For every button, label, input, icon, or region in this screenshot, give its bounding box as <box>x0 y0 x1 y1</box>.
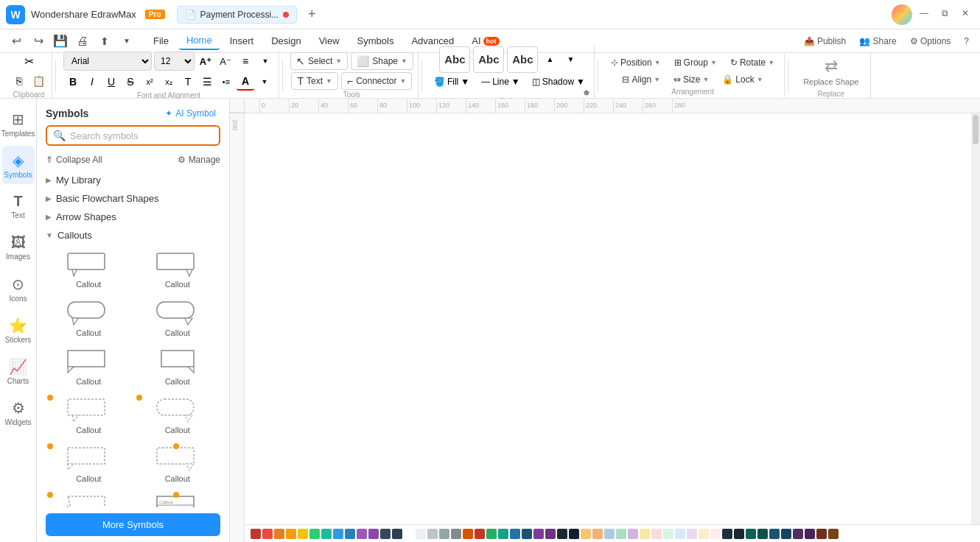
search-input[interactable] <box>70 130 213 141</box>
cut-button[interactable]: ✂ <box>20 53 38 71</box>
more-symbols-button[interactable]: More Symbols <box>46 513 220 536</box>
color-swatch[interactable] <box>557 529 567 539</box>
select-button[interactable]: ↖ Select ▼ <box>290 52 348 70</box>
activity-item-widgets[interactable]: ⚙ Widgets <box>2 393 35 432</box>
superscript-button[interactable]: x² <box>141 73 158 91</box>
color-swatch[interactable] <box>757 529 768 539</box>
color-swatch[interactable] <box>298 529 308 539</box>
style-abc-1[interactable]: Abc <box>439 46 470 73</box>
styles-scroll-up[interactable]: ▲ <box>541 51 559 68</box>
color-swatch[interactable] <box>451 529 461 539</box>
list-button[interactable]: ☰ <box>198 73 216 91</box>
color-swatch[interactable] <box>404 529 414 539</box>
copy-button[interactable]: ⎘ <box>10 72 28 90</box>
restore-button[interactable]: ⧉ <box>936 4 953 22</box>
callout-item-1[interactable]: Callout <box>46 247 132 293</box>
color-swatch[interactable] <box>545 529 556 539</box>
activity-item-templates[interactable]: ⊞ Templates <box>2 105 35 143</box>
shape-button[interactable]: ⬜ Shape ▼ <box>351 52 413 70</box>
shadow-button[interactable]: ◫ Shadow ▼ <box>528 75 589 88</box>
bullets-button[interactable]: •≡ <box>217 73 235 91</box>
color-swatch[interactable] <box>475 529 485 539</box>
font-size-select[interactable]: 12 <box>154 52 195 71</box>
color-swatch[interactable] <box>533 529 544 539</box>
color-swatch[interactable] <box>746 529 756 539</box>
callout-item-12[interactable]: Callout Callout <box>135 490 221 507</box>
callout-item-6[interactable]: Callout <box>135 345 221 390</box>
color-swatch[interactable] <box>687 529 697 539</box>
export-arrow[interactable]: ▼ <box>116 31 137 52</box>
category-my-library[interactable]: ▶ My Library <box>40 171 226 189</box>
lock-button[interactable]: 🔒 Lock ▼ <box>717 72 768 87</box>
print-button[interactable]: 🖨 <box>72 31 93 52</box>
color-swatch[interactable] <box>581 529 591 539</box>
color-swatch[interactable] <box>805 529 815 539</box>
close-button[interactable]: ✕ <box>956 4 974 22</box>
color-swatch[interactable] <box>380 529 391 539</box>
color-swatch[interactable] <box>781 529 791 539</box>
group-button[interactable]: ⊞ Group ▼ <box>669 55 722 70</box>
color-swatch[interactable] <box>663 529 673 539</box>
color-swatch[interactable] <box>357 529 367 539</box>
minimize-button[interactable]: — <box>915 4 933 22</box>
publish-button[interactable]: 📤 Publish <box>799 34 852 49</box>
style-abc-2[interactable]: Abc <box>473 46 504 73</box>
menu-item-symbols[interactable]: Symbols <box>350 32 402 49</box>
color-swatch[interactable] <box>651 529 662 539</box>
menu-item-design[interactable]: Design <box>264 32 308 49</box>
category-arrow-shapes[interactable]: ▶ Arrow Shapes <box>40 208 226 226</box>
help-button[interactable]: ? <box>959 34 974 49</box>
scroll-thumb[interactable] <box>973 115 979 144</box>
style-abc-3[interactable]: Abc <box>507 46 538 73</box>
rotate-button[interactable]: ↻ Rotate ▼ <box>725 55 780 70</box>
strikethrough-button[interactable]: S <box>122 73 139 91</box>
activity-item-symbols[interactable]: ◈ Symbols <box>2 146 35 184</box>
activity-item-text[interactable]: T Text <box>2 187 35 225</box>
styles-scroll-down[interactable]: ▼ <box>561 51 579 68</box>
active-tab[interactable]: 📄 Payment Processi... <box>177 6 298 24</box>
color-swatch[interactable] <box>675 529 685 539</box>
callout-item-10[interactable]: Callout <box>135 442 221 488</box>
color-swatch[interactable] <box>793 529 803 539</box>
color-swatch[interactable] <box>604 529 615 539</box>
share-button[interactable]: 👥 Share <box>854 34 901 49</box>
color-swatch[interactable] <box>616 529 626 539</box>
color-swatch[interactable] <box>628 529 638 539</box>
ai-symbol-button[interactable]: ✦ AI Symbol <box>161 106 220 121</box>
font-size-increase[interactable]: A⁺ <box>197 52 214 70</box>
add-tab-button[interactable]: + <box>303 6 321 24</box>
color-swatch[interactable] <box>522 529 532 539</box>
manage-button[interactable]: ⚙ Manage <box>178 155 220 165</box>
text-tool-btn[interactable]: T Text ▼ <box>291 72 338 90</box>
color-swatch[interactable] <box>309 529 320 539</box>
color-swatch[interactable] <box>427 529 438 539</box>
paste-button[interactable]: 📋 <box>29 72 47 90</box>
text-align-button[interactable]: ≡ <box>237 52 254 70</box>
replace-shape-button[interactable]: ⇄ Replace Shape <box>796 54 866 89</box>
color-swatch[interactable] <box>510 529 520 539</box>
font-color-button[interactable]: A <box>237 73 254 91</box>
color-swatch[interactable] <box>333 529 343 539</box>
category-callouts[interactable]: ▼ Callouts <box>40 226 226 244</box>
color-swatch[interactable] <box>345 529 355 539</box>
color-swatch[interactable] <box>592 529 603 539</box>
color-swatch[interactable] <box>368 529 379 539</box>
activity-item-icons[interactable]: ⊙ Icons <box>2 270 35 308</box>
size-button[interactable]: ⇔ Size ▼ <box>668 72 714 87</box>
callout-item-4[interactable]: Callout <box>135 296 221 342</box>
color-swatch[interactable] <box>416 529 426 539</box>
callout-item-3[interactable]: Callout <box>46 296 132 342</box>
scrollbar-right[interactable] <box>971 113 980 524</box>
redo-button[interactable]: ↪ <box>28 31 49 52</box>
callout-item-9[interactable]: Callout <box>46 442 132 488</box>
color-swatch[interactable] <box>734 529 744 539</box>
options-button[interactable]: ⚙ Options <box>905 34 956 49</box>
color-swatch[interactable] <box>710 529 721 539</box>
bold-button[interactable]: B <box>64 73 82 91</box>
color-swatch[interactable] <box>486 529 497 539</box>
menu-item-view[interactable]: View <box>312 32 347 49</box>
color-swatch[interactable] <box>286 529 296 539</box>
category-basic-flowchart[interactable]: ▶ Basic Flowchart Shapes <box>40 189 226 208</box>
color-swatch[interactable] <box>262 529 273 539</box>
color-swatch[interactable] <box>816 529 827 539</box>
